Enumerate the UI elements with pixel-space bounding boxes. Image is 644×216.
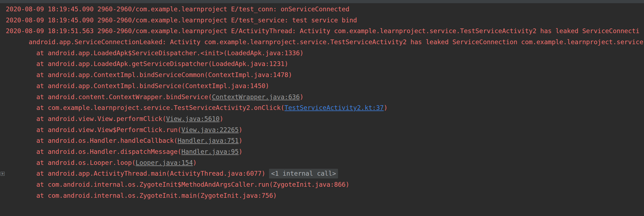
log-text: at android.view.View.performClick( — [6, 115, 166, 122]
log-text: 2020-08-09 18:19:45.090 2960-2960/com.ex… — [6, 17, 357, 24]
log-line: at com.android.internal.os.ZygoteInit$Me… — [0, 179, 644, 190]
fold-expand-icon[interactable]: + — [1, 172, 5, 176]
log-text: 2020-08-09 18:19:45.090 2960-2960/com.ex… — [6, 6, 349, 13]
log-text: ) — [239, 137, 243, 144]
file-line-link[interactable]: Handler.java:751 — [178, 137, 239, 144]
log-text: ) — [384, 104, 388, 111]
log-line: at android.app.ContextImpl.bindServiceCo… — [0, 70, 644, 81]
file-line-link[interactable]: Looper.java:154 — [136, 159, 193, 166]
log-text: at com.android.internal.os.ZygoteInit$Me… — [6, 181, 349, 188]
log-line: at android.content.ContextWrapper.bindSe… — [0, 92, 644, 103]
log-text: at android.os.Looper.loop( — [6, 159, 136, 166]
log-text: ) — [239, 148, 243, 155]
log-line: at android.os.Handler.dispatchMessage(Ha… — [0, 146, 644, 157]
top-panel-edge — [0, 0, 644, 3]
log-text: ) — [193, 159, 197, 166]
log-line: at com.example.learnproject.service.Test… — [0, 102, 644, 114]
log-line: android.app.ServiceConnectionLeaked: Act… — [0, 37, 644, 48]
log-text: ) — [219, 115, 223, 122]
log-line: 2020-08-09 18:19:51.563 2960-2960/com.ex… — [0, 26, 644, 37]
log-line: at android.view.View.performClick(View.j… — [0, 114, 644, 125]
log-text: at android.view.View$PerformClick.run( — [6, 126, 181, 133]
log-text: at android.app.ContextImpl.bindService(C… — [6, 82, 269, 89]
log-line: at android.app.ContextImpl.bindService(C… — [0, 81, 644, 92]
file-line-link[interactable]: View.java:5610 — [166, 115, 220, 122]
log-line: at android.view.View$PerformClick.run(Vi… — [0, 125, 644, 136]
log-text: at com.example.learnproject.service.Test… — [6, 104, 285, 111]
log-text: at android.app.LoadedApk$ServiceDispatch… — [6, 49, 304, 57]
log-line: at android.os.Handler.handleCallback(Han… — [0, 135, 644, 146]
log-text: at android.os.Handler.dispatchMessage( — [6, 148, 181, 155]
log-line: at android.os.Looper.loop(Looper.java:15… — [0, 157, 644, 168]
log-text: at android.app.LoadedApk.getServiceDispa… — [6, 60, 288, 67]
log-text: at android.app.ActivityThread.main(Activ… — [6, 170, 269, 177]
log-text: android.app.ServiceConnectionLeaked: Act… — [6, 38, 644, 46]
log-text: ) — [300, 93, 304, 101]
log-text: at android.app.ContextImpl.bindServiceCo… — [6, 71, 292, 78]
file-line-link[interactable]: View.java:22265 — [181, 126, 239, 133]
internal-call-badge[interactable]: <1 internal call> — [269, 169, 338, 178]
logcat-console[interactable]: 2020-08-09 18:19:45.090 2960-2960/com.ex… — [0, 3, 644, 216]
log-text: at android.content.ContextWrapper.bindSe… — [6, 93, 212, 101]
log-text: at com.android.internal.os.ZygoteInit.ma… — [6, 192, 277, 199]
log-line: at android.app.LoadedApk$ServiceDispatch… — [0, 48, 644, 59]
file-line-link[interactable]: TestServiceActivity2.kt:37 — [285, 104, 384, 111]
log-line: 2020-08-09 18:19:45.090 2960-2960/com.ex… — [0, 4, 644, 15]
log-text: 2020-08-09 18:19:51.563 2960-2960/com.ex… — [6, 27, 640, 35]
log-line: 2020-08-09 18:19:45.090 2960-2960/com.ex… — [0, 15, 644, 26]
file-line-link[interactable]: Handler.java:95 — [181, 148, 239, 155]
log-line: at com.android.internal.os.ZygoteInit.ma… — [0, 190, 644, 201]
log-line: + at android.app.ActivityThread.main(Act… — [0, 168, 644, 179]
file-line-link[interactable]: ContextWrapper.java:636 — [212, 93, 300, 101]
log-text: ) — [239, 126, 243, 133]
log-line: at android.app.LoadedApk.getServiceDispa… — [0, 59, 644, 70]
log-text: at android.os.Handler.handleCallback( — [6, 137, 178, 144]
